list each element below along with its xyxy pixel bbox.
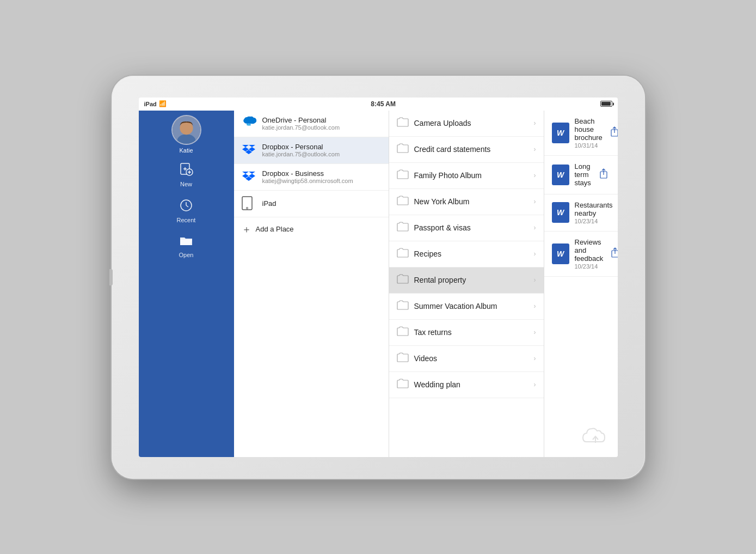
status-bar: iPad 📶 8:45 AM — [139, 98, 618, 111]
folder-name-summer: Summer Vacation Album — [414, 302, 528, 311]
folder-name-newyork: New York Album — [414, 197, 528, 206]
folder-item-summer[interactable]: Summer Vacation Album › — [389, 294, 544, 320]
folder-item-passport[interactable]: Passport & visas › — [389, 215, 544, 241]
file-name-reviews: Reviews and feedback — [575, 238, 604, 263]
folder-icon-summer — [397, 300, 409, 313]
folder-arrow-wedding: › — [534, 381, 536, 388]
file-name-beach: Beach house brochure — [575, 117, 603, 142]
sidebar-item-new[interactable]: New — [139, 156, 234, 193]
file-list: W Beach house brochure 10/31/14 — [544, 111, 618, 457]
dropbox-personal-info: Dropbox - Personal katie.jordan.75@outlo… — [262, 143, 381, 157]
folder-icon-camera — [397, 117, 409, 130]
share-button-longterm[interactable] — [597, 166, 610, 184]
folder-item-videos[interactable]: Videos › — [389, 346, 544, 372]
dropbox-personal-email: katie.jordan.75@outlook.com — [262, 151, 381, 157]
file-info-reviews: Reviews and feedback 10/23/14 — [575, 238, 604, 270]
dropbox-business-icon — [242, 169, 257, 185]
avatar-section: Katie — [171, 115, 201, 154]
recent-label: Recent — [177, 217, 196, 223]
folder-item-family-photo[interactable]: Family Photo Album › — [389, 163, 544, 189]
svg-line-11 — [186, 205, 188, 207]
share-button-reviews[interactable] — [609, 245, 617, 263]
folder-item-rental[interactable]: Rental property › — [389, 267, 544, 294]
sidebar: Katie New — [139, 111, 234, 457]
user-name-label: Katie — [179, 147, 193, 154]
folder-icon-passport — [397, 222, 409, 234]
places-list: OneDrive - Personal katie.jordan.75@outl… — [234, 111, 389, 457]
ipad-place-info: iPad — [262, 199, 381, 208]
file-date-reviews: 10/23/14 — [575, 263, 604, 270]
place-item-ipad[interactable]: iPad — [234, 191, 389, 217]
folder-item-camera-uploads[interactable]: Camera Uploads › — [389, 111, 544, 137]
folder-item-credit-card[interactable]: Credit card statements › — [389, 137, 544, 163]
ipad-device: iPad 📶 8:45 AM — [112, 76, 645, 479]
word-w-longterm: W — [557, 171, 564, 179]
svg-rect-18 — [242, 197, 252, 210]
folder-icon-videos — [397, 352, 409, 365]
onedrive-personal-info: OneDrive - Personal katie.jordan.75@outl… — [262, 116, 381, 131]
avatar-face — [173, 116, 200, 144]
folder-name-passport: Passport & visas — [414, 223, 528, 232]
folder-name-rental: Rental property — [414, 276, 528, 284]
word-icon-restaurants: W — [552, 202, 569, 223]
word-icon-reviews: W — [552, 243, 569, 264]
folder-name-tax: Tax returns — [414, 328, 528, 337]
battery-fill — [601, 102, 611, 106]
folder-arrow-recipes: › — [534, 250, 536, 258]
folder-item-wedding[interactable]: Wedding plan › — [389, 372, 544, 398]
folder-arrow-credit: › — [534, 145, 536, 153]
folder-arrow-videos: › — [534, 355, 536, 362]
folder-name-credit: Credit card statements — [414, 145, 528, 154]
avatar — [171, 115, 201, 145]
folder-item-tax[interactable]: Tax returns › — [389, 320, 544, 346]
file-name-longterm: Long term stays — [575, 162, 592, 187]
add-place-item[interactable]: ＋ Add a Place — [234, 217, 389, 241]
folder-icon-credit — [397, 143, 409, 156]
folder-icon-family — [397, 169, 409, 182]
folder-name-camera: Camera Uploads — [414, 119, 528, 127]
file-item-reviews[interactable]: W Reviews and feedback 10/23/14 — [544, 232, 618, 277]
place-item-dropbox-business[interactable]: Dropbox - Business katiej@wingtip58.onmi… — [234, 164, 389, 191]
folder-arrow-newyork: › — [534, 198, 536, 205]
svg-rect-26 — [612, 251, 617, 257]
recent-icon — [179, 198, 193, 216]
folder-icon-recipes — [397, 248, 409, 260]
open-icon — [179, 234, 193, 251]
file-item-restaurants[interactable]: W Restaurants nearby 10/23/14 — [544, 194, 618, 232]
dropbox-personal-name: Dropbox - Personal — [262, 143, 381, 151]
add-place-icon: ＋ — [242, 223, 251, 236]
file-name-restaurants: Restaurants nearby — [575, 201, 613, 217]
place-item-onedrive-personal[interactable]: OneDrive - Personal katie.jordan.75@outl… — [234, 111, 389, 137]
ipad-icon — [242, 196, 257, 211]
new-icon — [179, 161, 194, 180]
folder-item-new-york[interactable]: New York Album › — [389, 189, 544, 215]
file-item-longterm[interactable]: W Long term stays — [544, 156, 618, 194]
share-button-beach[interactable] — [608, 124, 618, 142]
place-item-dropbox-personal[interactable]: Dropbox - Personal katie.jordan.75@outlo… — [234, 137, 389, 164]
battery-icon — [600, 101, 612, 107]
side-button — [109, 269, 113, 285]
folder-icon-rental — [397, 274, 409, 287]
folder-icon-tax — [397, 326, 409, 339]
file-info-longterm: Long term stays — [575, 162, 592, 187]
file-info-beach: Beach house brochure 10/31/14 — [575, 117, 603, 149]
folder-arrow-passport: › — [534, 224, 536, 232]
ipad-label: iPad — [144, 101, 157, 107]
folder-arrow-summer: › — [534, 302, 536, 310]
word-w-restaurants: W — [557, 208, 564, 217]
dropbox-personal-icon — [242, 143, 257, 158]
svg-point-2 — [180, 121, 193, 135]
folder-name-wedding: Wedding plan — [414, 380, 528, 389]
folder-item-recipes[interactable]: Recipes › — [389, 241, 544, 267]
dropbox-business-info: Dropbox - Business katiej@wingtip58.onmi… — [262, 169, 381, 184]
sidebar-item-recent[interactable]: Recent — [139, 193, 234, 229]
dropbox-business-name: Dropbox - Business — [262, 169, 381, 178]
sidebar-item-open[interactable]: Open — [139, 229, 234, 264]
app-container: Katie New — [139, 111, 618, 457]
word-w-reviews: W — [557, 249, 564, 258]
status-bar-left: iPad 📶 — [144, 100, 167, 107]
word-icon-longterm: W — [552, 165, 569, 185]
file-item-beach[interactable]: W Beach house brochure 10/31/14 — [544, 111, 618, 156]
folder-name-family: Family Photo Album — [414, 171, 528, 180]
folder-icon-newyork — [397, 196, 409, 208]
